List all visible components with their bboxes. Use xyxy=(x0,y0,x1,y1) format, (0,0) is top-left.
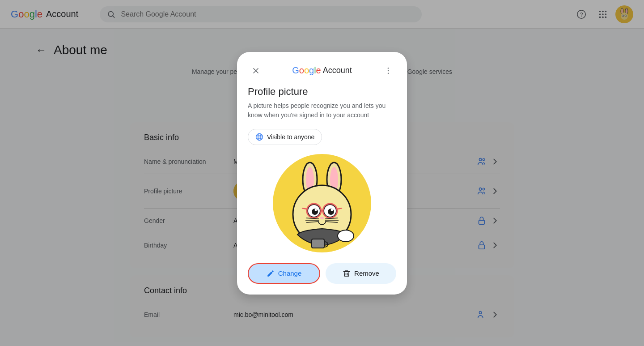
visibility-badge-button[interactable]: Visible to anyone xyxy=(248,129,322,145)
svg-point-59 xyxy=(320,217,324,219)
dialog-description: A picture helps people recognize you and… xyxy=(248,101,396,120)
svg-point-36 xyxy=(388,73,389,74)
dialog-menu-button[interactable] xyxy=(380,63,396,79)
svg-point-50 xyxy=(315,209,317,211)
dialog-header: Google Account xyxy=(248,63,396,79)
bunny-illustration xyxy=(275,156,369,250)
dialog-logo: Google Account xyxy=(292,65,352,76)
globe-icon xyxy=(255,133,263,141)
svg-point-34 xyxy=(388,67,389,68)
avatar-display xyxy=(248,154,396,252)
remove-button-label: Remove xyxy=(354,269,379,277)
trash-icon xyxy=(343,269,351,278)
svg-point-66 xyxy=(338,230,354,242)
close-icon xyxy=(251,66,260,75)
dialog-logo-suffix: Account xyxy=(323,66,352,75)
edit-icon xyxy=(267,269,275,278)
svg-point-53 xyxy=(331,209,333,211)
visibility-badge-text: Visible to anyone xyxy=(267,133,314,141)
dialog-close-button[interactable] xyxy=(248,63,264,79)
dialog-actions: Change Remove xyxy=(248,263,396,284)
modal-overlay: Google Account Profile picture A picture… xyxy=(0,0,644,346)
change-button-label: Change xyxy=(278,269,302,277)
profile-picture-dialog: Google Account Profile picture A picture… xyxy=(237,52,407,295)
svg-rect-67 xyxy=(312,239,324,248)
dialog-title: Profile picture xyxy=(248,86,396,98)
more-vert-icon xyxy=(384,66,393,75)
remove-button[interactable]: Remove xyxy=(326,263,396,284)
svg-point-35 xyxy=(388,70,389,71)
profile-avatar-circle xyxy=(273,154,371,252)
change-button[interactable]: Change xyxy=(248,263,320,284)
